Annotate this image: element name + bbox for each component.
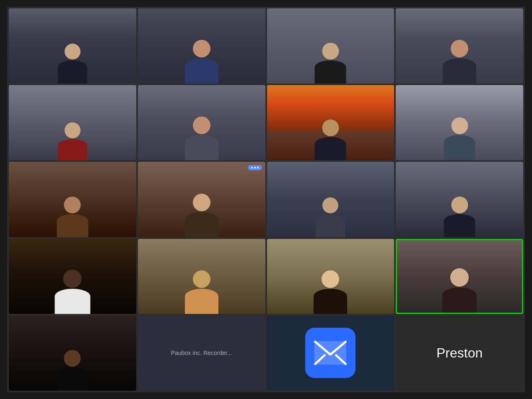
- participant-cell-6[interactable]: [138, 85, 265, 160]
- more-options-button[interactable]: [248, 165, 262, 170]
- participant-cell-15[interactable]: [267, 239, 394, 314]
- participant-cell-10[interactable]: [138, 162, 265, 237]
- participant-cell-5[interactable]: [9, 85, 136, 160]
- participant-cell-1[interactable]: [9, 8, 136, 83]
- participant-cell-12[interactable]: [396, 162, 523, 237]
- video-grid: Paubox inc. Recorder... Preston: [7, 7, 525, 392]
- participant-cell-17[interactable]: [9, 316, 136, 391]
- participant-cell-8[interactable]: [396, 85, 523, 160]
- preston-label: Preston: [436, 345, 483, 361]
- paubox-recorder-cell[interactable]: Paubox inc. Recorder...: [138, 316, 265, 391]
- preston-cell[interactable]: Preston: [396, 316, 523, 391]
- email-app-icon: [305, 328, 356, 378]
- email-app-cell[interactable]: [267, 316, 394, 391]
- participant-cell-13[interactable]: [9, 239, 136, 314]
- participant-cell-2[interactable]: [138, 8, 265, 83]
- participant-cell-11[interactable]: [267, 162, 394, 237]
- participant-cell-9[interactable]: [9, 162, 136, 237]
- participant-cell-16[interactable]: [396, 239, 523, 314]
- participant-cell-3[interactable]: [267, 8, 394, 83]
- email-envelope-icon: [314, 340, 347, 365]
- participant-cell-7[interactable]: [267, 85, 394, 160]
- participant-cell-4[interactable]: [396, 8, 523, 83]
- participant-cell-14[interactable]: [138, 239, 265, 314]
- paubox-recorder-label: Paubox inc. Recorder...: [171, 350, 232, 356]
